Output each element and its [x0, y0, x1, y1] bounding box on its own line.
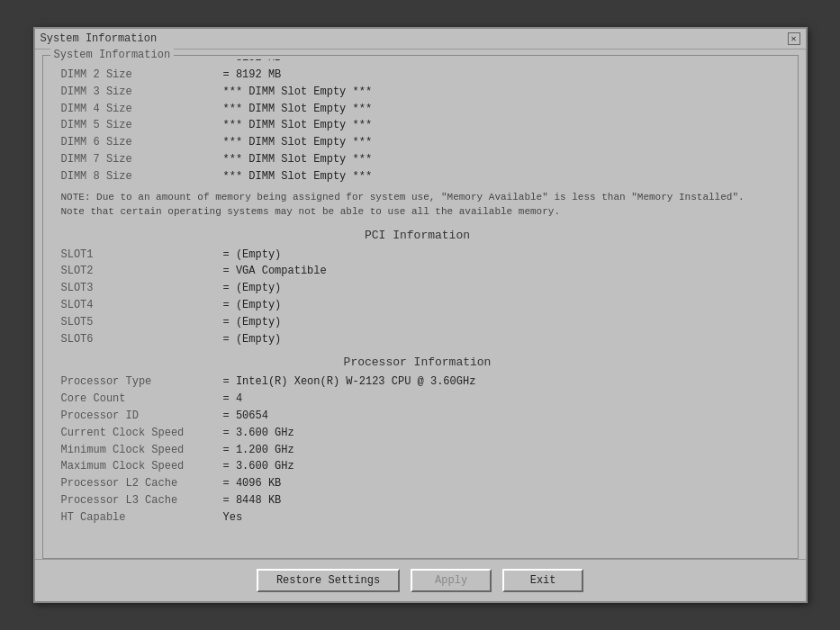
table-row: SLOT5= (Empty) — [61, 315, 774, 330]
restore-settings-button[interactable]: Restore Settings — [257, 569, 400, 592]
row-label: DIMM 2 Size — [61, 68, 223, 83]
bottom-bar: Restore Settings Apply Exit — [35, 559, 806, 601]
row-value: = VGA Compatible — [223, 264, 327, 279]
table-row: SLOT2= VGA Compatible — [61, 264, 774, 279]
row-value: *** DIMM Slot Empty *** — [223, 102, 373, 117]
table-row: DIMM 5 Size*** DIMM Slot Empty *** — [61, 118, 774, 133]
table-row: SLOT3= (Empty) — [61, 281, 774, 296]
group-title: System Information — [50, 49, 175, 61]
row-value: = 3.600 GHz — [223, 426, 294, 441]
table-row: SLOT1= (Empty) — [61, 248, 774, 263]
row-label: Core Count — [61, 392, 223, 407]
row-label: SLOT4 — [61, 298, 223, 313]
row-value: = 4096 KB — [223, 476, 282, 491]
window-title: System Information — [41, 32, 158, 45]
table-row: Current Clock Speed= 3.600 GHz — [61, 426, 774, 441]
title-bar: System Information ✕ — [35, 29, 806, 50]
row-label: Maximum Clock Speed — [61, 459, 223, 474]
table-row: HT CapableYes — [61, 510, 774, 526]
row-value: = 8192 MB — [223, 68, 282, 83]
row-value: *** DIMM Slot Empty *** — [223, 118, 373, 133]
table-row: Processor L2 Cache= 4096 KB — [61, 476, 774, 491]
table-row: DIMM 4 Size*** DIMM Slot Empty *** — [61, 102, 774, 117]
table-row: Processor ID= 50654 — [61, 409, 774, 424]
scroll-area[interactable]: Memory Installed= 16384 MB (DDR4)Memory … — [49, 59, 792, 536]
row-value: = 8192 MB — [223, 59, 282, 66]
table-row: Maximum Clock Speed= 3.600 GHz — [61, 459, 774, 474]
pci-section-title: PCI Information — [61, 229, 774, 242]
row-label: DIMM 3 Size — [61, 85, 223, 100]
row-label: DIMM 4 Size — [61, 102, 223, 117]
row-label: DIMM 6 Size — [61, 135, 223, 150]
row-value: = (Empty) — [223, 298, 282, 313]
row-value: = (Empty) — [223, 281, 282, 296]
row-label: Processor ID — [61, 409, 223, 424]
processor-section-title: Processor Information — [61, 356, 774, 369]
row-label: Processor L2 Cache — [61, 476, 223, 491]
row-value: *** DIMM Slot Empty *** — [223, 152, 373, 167]
row-value: = (Empty) — [223, 332, 282, 347]
exit-button[interactable]: Exit — [502, 569, 583, 592]
row-value: = 50654 — [223, 409, 268, 424]
table-row: DIMM 6 Size*** DIMM Slot Empty *** — [61, 135, 774, 150]
row-label: SLOT2 — [61, 264, 223, 279]
table-row: DIMM 3 Size*** DIMM Slot Empty *** — [61, 85, 774, 100]
table-row: DIMM 8 Size*** DIMM Slot Empty *** — [61, 169, 774, 184]
main-window: System Information ✕ System Information … — [33, 27, 808, 603]
row-label: DIMM 5 Size — [61, 118, 223, 133]
pci-section: SLOT1= (Empty)SLOT2= VGA CompatibleSLOT3… — [61, 248, 774, 347]
row-value: = 3.600 GHz — [223, 459, 294, 474]
row-value: *** DIMM Slot Empty *** — [223, 135, 373, 150]
close-button[interactable]: ✕ — [788, 32, 800, 45]
table-row: Processor Type= Intel(R) Xeon(R) W-2123 … — [61, 374, 774, 390]
table-row: SLOT4= (Empty) — [61, 298, 774, 313]
table-row: Processor L3 Cache= 8448 KB — [61, 493, 774, 508]
row-value: *** DIMM Slot Empty *** — [223, 85, 373, 100]
row-value: = 8448 KB — [223, 493, 282, 508]
row-label: Processor Type — [61, 374, 223, 390]
row-value: = (Empty) — [223, 248, 282, 263]
table-row: DIMM 2 Size= 8192 MB — [61, 68, 774, 83]
row-label: DIMM 8 Size — [61, 169, 223, 184]
row-label: SLOT6 — [61, 332, 223, 347]
row-label: SLOT3 — [61, 281, 223, 296]
row-value: = 4 — [223, 392, 243, 407]
row-value: = (Empty) — [223, 315, 282, 330]
memory-note: NOTE: Due to an amount of memory being a… — [61, 190, 774, 220]
row-label: SLOT5 — [61, 315, 223, 330]
row-label: Current Clock Speed — [61, 426, 223, 441]
row-label: SLOT1 — [61, 248, 223, 263]
processor-section: Processor Type= Intel(R) Xeon(R) W-2123 … — [61, 374, 774, 525]
row-label: HT Capable — [61, 510, 223, 526]
table-row: Minimum Clock Speed= 1.200 GHz — [61, 443, 774, 458]
row-value: *** DIMM Slot Empty *** — [223, 169, 373, 184]
table-row: SLOT6= (Empty) — [61, 332, 774, 347]
apply-button[interactable]: Apply — [411, 569, 492, 592]
row-label: DIMM 7 Size — [61, 152, 223, 167]
row-value: Yes — [223, 510, 243, 526]
memory-section: Memory Installed= 16384 MB (DDR4)Memory … — [61, 59, 774, 184]
row-label: Processor L3 Cache — [61, 493, 223, 508]
system-info-group: System Information Memory Installed= 163… — [42, 55, 799, 559]
table-row: DIMM 7 Size*** DIMM Slot Empty *** — [61, 152, 774, 167]
row-label: Minimum Clock Speed — [61, 443, 223, 458]
table-row: Core Count= 4 — [61, 392, 774, 407]
row-value: = 1.200 GHz — [223, 443, 294, 458]
row-value: = Intel(R) Xeon(R) W-2123 CPU @ 3.60GHz — [223, 374, 476, 390]
